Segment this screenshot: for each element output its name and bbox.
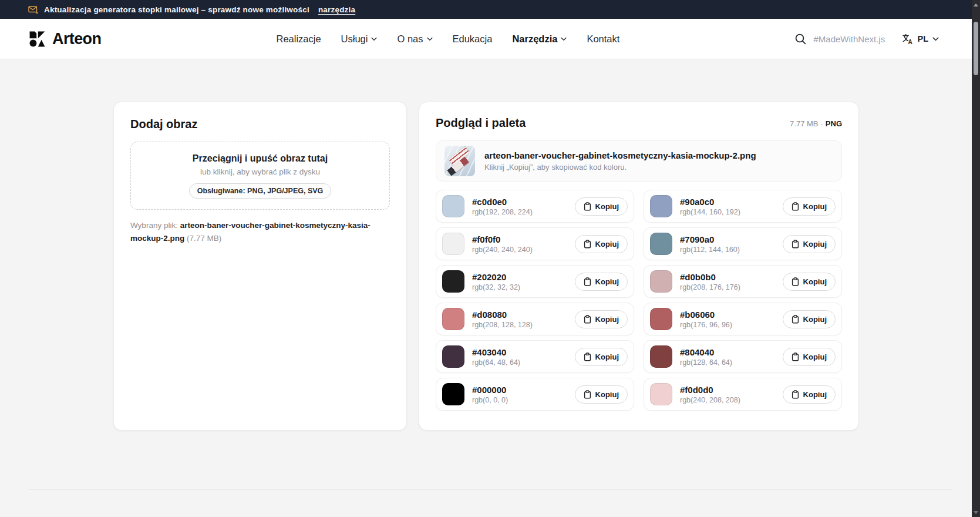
copy-button-label: Kopiuj <box>595 202 619 211</box>
copy-button[interactable]: Kopiuj <box>575 385 628 404</box>
color-row: #7090a0 rgb(112, 144, 160) Kopiuj <box>644 227 842 260</box>
language-switcher[interactable]: A PL <box>901 33 939 45</box>
file-meta: 7.77 MB·PNG <box>790 116 842 128</box>
color-swatch <box>650 308 672 330</box>
copy-button[interactable]: Kopiuj <box>783 385 836 404</box>
copy-button[interactable]: Kopiuj <box>783 310 836 328</box>
copy-button[interactable]: Kopiuj <box>783 197 836 216</box>
palette-card-title: Podgląd i paleta <box>436 116 526 130</box>
color-swatch <box>442 270 464 293</box>
color-rgb: rgb(208, 176, 176) <box>680 283 740 291</box>
copy-button-label: Kopiuj <box>803 352 827 361</box>
color-hex: #804040 <box>680 347 732 357</box>
nav-item-edukacja[interactable]: Edukacja <box>453 33 493 45</box>
color-row: #c0d0e0 rgb(192, 208, 224) Kopiuj <box>436 190 634 223</box>
search-icon[interactable] <box>794 33 807 45</box>
color-swatch <box>442 233 464 255</box>
header: Arteon Realizacje Usługi O nas Edukacja … <box>0 19 980 59</box>
scrollbar-up-button[interactable] <box>972 0 980 9</box>
nav-item-label: Narzędzia <box>512 33 557 45</box>
color-row: #d0b0b0 rgb(208, 176, 176) Kopiuj <box>644 265 842 298</box>
color-hex: #f0f0f0 <box>472 234 533 244</box>
color-rgb: rgb(240, 208, 208) <box>680 396 740 404</box>
search-input[interactable] <box>813 34 888 44</box>
color-texts: #90a0c0 rgb(144, 160, 192) <box>680 197 740 216</box>
nav-item-label: Usługi <box>341 33 368 45</box>
color-swatch <box>650 195 672 217</box>
copy-button[interactable]: Kopiuj <box>783 273 836 291</box>
clipboard-icon <box>792 277 799 286</box>
clipboard-icon <box>792 390 799 399</box>
color-hex: #f0d0d0 <box>680 385 740 395</box>
copy-button[interactable]: Kopiuj <box>783 235 836 253</box>
nav-item-realizacje[interactable]: Realizacje <box>276 33 321 45</box>
color-texts: #c0d0e0 rgb(192, 208, 224) <box>472 197 533 216</box>
color-rgb: rgb(32, 32, 32) <box>472 283 520 291</box>
banner-link[interactable]: narzędzia <box>318 5 355 14</box>
footer <box>0 490 980 517</box>
color-rgb: rgb(64, 48, 64) <box>472 358 520 367</box>
preview-filename: arteon-baner-voucher-gabinet-kosmetyczny… <box>484 150 756 160</box>
color-swatch <box>650 383 672 405</box>
arteon-logo-icon <box>28 30 46 48</box>
color-hex: #90a0c0 <box>680 197 740 207</box>
color-hex: #403040 <box>472 347 520 357</box>
selected-file-size: (7.77 MB) <box>187 234 221 243</box>
copy-button-label: Kopiuj <box>595 390 619 399</box>
color-row: #403040 rgb(64, 48, 64) Kopiuj <box>436 340 634 373</box>
scrollbar-thumb[interactable] <box>974 22 978 75</box>
color-row: #202020 rgb(32, 32, 32) Kopiuj <box>436 265 634 298</box>
nav-item-label: O nas <box>397 33 423 45</box>
color-swatch <box>442 383 464 405</box>
copy-button[interactable]: Kopiuj <box>783 348 836 366</box>
nav-item-kontakt[interactable]: Kontakt <box>587 33 619 45</box>
copy-button[interactable]: Kopiuj <box>575 235 628 253</box>
color-swatch <box>442 308 464 330</box>
upload-card: Dodaj obraz Przeciągnij i upuść obraz tu… <box>113 102 407 431</box>
nav-item-label: Realizacje <box>276 33 321 45</box>
file-size: 7.77 MB <box>790 119 818 128</box>
search <box>794 33 888 45</box>
color-hex: #b06060 <box>680 310 732 320</box>
color-texts: #804040 rgb(128, 64, 64) <box>680 347 732 367</box>
copy-button[interactable]: Kopiuj <box>575 310 628 328</box>
clipboard-icon <box>792 315 799 324</box>
chevron-down-icon <box>371 37 377 41</box>
nav-item-usługi[interactable]: Usługi <box>341 33 378 45</box>
copy-button[interactable]: Kopiuj <box>575 348 628 366</box>
banner-text: Aktualizacja generatora stopki mailowej … <box>44 5 309 14</box>
color-rgb: rgb(240, 240, 240) <box>472 246 533 254</box>
color-rgb: rgb(176, 96, 96) <box>680 321 732 329</box>
chevron-down-icon <box>932 37 939 41</box>
clipboard-icon <box>792 352 799 361</box>
svg-text:A: A <box>908 39 912 45</box>
upload-card-title: Dodaj obraz <box>130 118 390 131</box>
arrow-up-icon <box>974 4 978 6</box>
color-row: #f0d0d0 rgb(240, 208, 208) Kopiuj <box>644 378 842 411</box>
arrow-down-icon <box>974 511 978 514</box>
nav-item-label: Edukacja <box>453 33 493 45</box>
preview-texts: arteon-baner-voucher-gabinet-kosmetyczny… <box>484 150 756 172</box>
preview-row: arteon-baner-voucher-gabinet-kosmetyczny… <box>436 140 842 182</box>
nav-item-narzędzia[interactable]: Narzędzia <box>512 33 567 45</box>
brand-logo[interactable]: Arteon <box>28 30 101 48</box>
color-hex: #d08080 <box>472 310 533 320</box>
chevron-down-icon <box>427 37 433 41</box>
palette-card-header: Podgląd i paleta 7.77 MB·PNG <box>436 116 842 130</box>
copy-button[interactable]: Kopiuj <box>575 197 628 216</box>
color-rgb: rgb(0, 0, 0) <box>472 396 508 404</box>
nav-item-o-nas[interactable]: O nas <box>397 33 432 45</box>
main-nav: Realizacje Usługi O nas Edukacja Narzędz… <box>276 33 619 45</box>
dropzone[interactable]: Przeciągnij i upuść obraz tutaj lub klik… <box>130 142 390 210</box>
scrollbar-down-button[interactable] <box>972 508 980 517</box>
color-hex: #000000 <box>472 385 508 395</box>
copy-button-label: Kopiuj <box>595 277 619 286</box>
clipboard-icon <box>792 240 799 249</box>
copy-button-label: Kopiuj <box>803 240 827 249</box>
color-row: #d08080 rgb(208, 128, 128) Kopiuj <box>436 303 634 335</box>
color-row: #804040 rgb(128, 64, 64) Kopiuj <box>644 340 842 373</box>
color-swatch <box>442 345 464 368</box>
clipboard-icon <box>792 202 799 211</box>
vertical-scrollbar <box>972 0 980 517</box>
copy-button[interactable]: Kopiuj <box>575 273 628 291</box>
